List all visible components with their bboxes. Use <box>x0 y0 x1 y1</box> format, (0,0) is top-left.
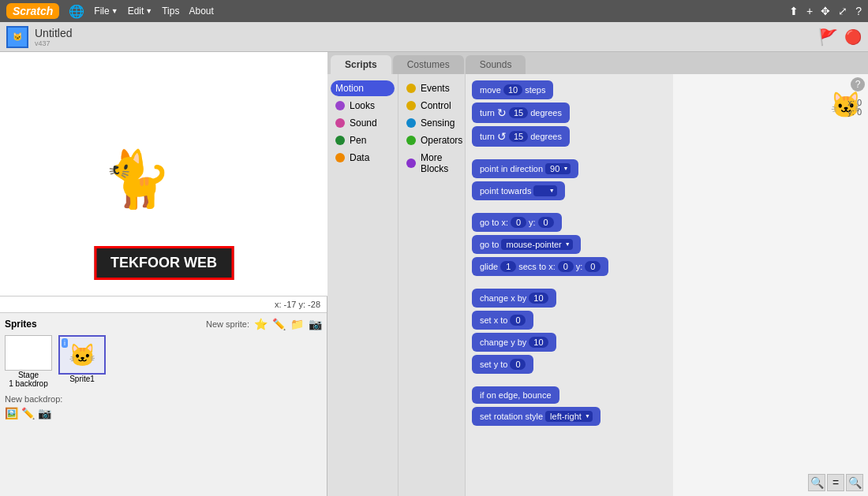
spacer-3 <box>472 279 667 285</box>
sprite1-thumbnail[interactable]: i 🐱 Sprite1 <box>58 335 106 388</box>
looks-dot <box>335 101 345 110</box>
new-backdrop-label: New backdrop: <box>5 394 62 404</box>
edit-arrow-icon: ▼ <box>145 7 152 15</box>
categories-left: Motion Looks Sound Pen <box>327 74 398 496</box>
zoom-out-button[interactable]: 🔍 <box>808 474 825 491</box>
resize-icon[interactable]: ⤢ <box>838 5 847 17</box>
sprite-info-badge[interactable]: i <box>62 338 68 348</box>
sprite1-thumb-box: i 🐱 <box>58 335 106 375</box>
tab-scripts[interactable]: Scripts <box>331 55 391 74</box>
category-operators[interactable]: Operators <box>402 132 462 148</box>
tabs-bar: Scripts Costumes Sounds <box>327 52 868 74</box>
zoom-controls: 🔍 = 🔍 <box>808 474 863 491</box>
upload-icon[interactable]: ⬆ <box>789 5 799 17</box>
project-icon: 🐱 <box>6 26 28 48</box>
edit-menu[interactable]: Edit ▼ <box>128 6 153 17</box>
block-turn-ccw[interactable]: turn ↺ 15 degrees <box>472 126 570 147</box>
spacer-4 <box>472 377 667 383</box>
sprites-container: Stage 1 backdrop i 🐱 Sprite1 <box>5 335 322 388</box>
control-dot <box>406 101 416 110</box>
move-icon[interactable]: ✥ <box>821 5 830 17</box>
sprites-header: Sprites New sprite: ⭐ ✏️ 📁 📷 <box>5 318 322 330</box>
scratch-logo[interactable]: Scratch <box>6 3 59 19</box>
project-title[interactable]: Untitled <box>35 27 72 39</box>
category-events[interactable]: Events <box>402 80 462 96</box>
category-sensing[interactable]: Sensing <box>402 115 462 131</box>
block-rotation-style[interactable]: set rotation style left-right <box>472 407 600 426</box>
tips-menu[interactable]: Tips <box>162 6 179 17</box>
stage-label: Stage <box>5 371 52 379</box>
sound-dot <box>335 118 345 128</box>
stage-cat-sprite: 🐈 <box>103 147 171 211</box>
spacer-1 <box>472 150 667 156</box>
categories-panel: Motion Looks Sound Pen <box>327 74 466 496</box>
pen-dot <box>335 136 345 145</box>
category-more-blocks[interactable]: More Blocks <box>402 150 462 177</box>
paint-backdrop-icon[interactable]: 🖼️ <box>5 407 18 420</box>
file-menu[interactable]: File ▼ <box>94 6 118 17</box>
stage-thumb-box <box>5 335 52 371</box>
workspace-coordinates: x: 0 y: 0 <box>847 98 862 117</box>
sprites-title: Sprites <box>5 319 37 330</box>
category-sound[interactable]: Sound <box>331 115 395 131</box>
blocks-panel: Scripts Costumes Sounds Motion Looks <box>327 52 868 496</box>
stage-canvas: 🐈 TEKFOOR WEB <box>0 52 327 296</box>
globe-icon[interactable]: 🌐 <box>69 4 84 19</box>
data-dot <box>335 153 345 162</box>
upload-backdrop-icon[interactable]: ✏️ <box>21 407 35 420</box>
spacer-2 <box>472 203 667 210</box>
stop-button[interactable]: 🔴 <box>844 28 862 46</box>
block-set-y[interactable]: set y to 0 <box>472 355 533 374</box>
toolbar: 🐱 Untitled v437 🚩 🔴 <box>0 22 868 52</box>
paint-sprite-icon[interactable]: ✏️ <box>272 318 286 330</box>
block-point-towards[interactable]: point towards <box>472 181 565 200</box>
block-change-x[interactable]: change x by 10 <box>472 289 556 308</box>
add-sprite-icon[interactable]: ⭐ <box>254 318 268 330</box>
block-turn-cw[interactable]: turn ↻ 15 degrees <box>472 103 570 123</box>
tab-costumes[interactable]: Costumes <box>393 55 464 74</box>
operators-dot <box>406 136 416 145</box>
block-go-to[interactable]: go to mouse-pointer <box>472 235 581 254</box>
events-dot <box>406 84 416 93</box>
category-looks[interactable]: Looks <box>331 98 395 114</box>
block-glide[interactable]: glide 1 secs to x: 0 y: 0 <box>472 257 608 276</box>
category-motion[interactable]: Motion <box>331 80 395 96</box>
tekfoor-label: TEKFOOR WEB <box>94 246 234 280</box>
script-workspace[interactable]: ? 🐱 x: 0 y: 0 🔍 = 🔍 <box>673 74 868 496</box>
block-change-y[interactable]: change y by 10 <box>472 333 556 352</box>
workspace-x-coord: x: 0 <box>847 98 862 107</box>
block-move[interactable]: move 10 steps <box>472 80 553 99</box>
file-arrow-icon: ▼ <box>111 7 118 15</box>
category-control[interactable]: Control <box>402 98 462 114</box>
categories-right: Events Control Sensing Operators <box>398 74 465 496</box>
block-point-direction[interactable]: point in direction 90 <box>472 159 578 178</box>
backdrop-icons: 🖼️ ✏️ 📷 <box>5 407 322 420</box>
version-label: v437 <box>35 39 72 47</box>
stage-thumbnail[interactable]: Stage 1 backdrop <box>5 335 52 388</box>
block-set-x[interactable]: set x to 0 <box>472 311 533 330</box>
zoom-in-button[interactable]: 🔍 <box>846 474 863 491</box>
block-bounce[interactable]: if on edge, bounce <box>472 386 559 404</box>
new-sprite-label: New sprite: <box>206 319 249 329</box>
blocks-area: Motion Looks Sound Pen <box>327 74 868 496</box>
backdrop-label: 1 backdrop <box>5 379 52 388</box>
zoom-reset-button[interactable]: = <box>827 474 844 491</box>
category-pen[interactable]: Pen <box>331 132 395 148</box>
upload-sprite-icon[interactable]: 📁 <box>290 318 304 330</box>
camera-backdrop-icon[interactable]: 📷 <box>38 407 51 420</box>
block-go-to-xy[interactable]: go to x: 0 y: 0 <box>472 213 562 232</box>
sprite1-cat-icon: 🐱 <box>69 342 96 368</box>
help-icon[interactable]: ? <box>855 5 862 17</box>
stage-panel: 🐈 TEKFOOR WEB x: -17 y: -28 Sprites New … <box>0 52 327 496</box>
green-flag-button[interactable]: 🚩 <box>818 28 838 47</box>
new-backdrop-section: New backdrop: 🖼️ ✏️ 📷 <box>5 394 322 420</box>
stage-coordinates: x: -17 y: -28 <box>0 296 327 313</box>
more-blocks-dot <box>406 158 416 168</box>
main-layout: 🐈 TEKFOOR WEB x: -17 y: -28 Sprites New … <box>0 52 868 496</box>
category-data[interactable]: Data <box>331 150 395 166</box>
tab-sounds[interactable]: Sounds <box>466 55 526 74</box>
add-icon[interactable]: + <box>806 5 813 17</box>
camera-sprite-icon[interactable]: 📷 <box>309 318 322 330</box>
workspace-y-coord: y: 0 <box>847 107 862 117</box>
about-menu[interactable]: About <box>189 6 213 17</box>
